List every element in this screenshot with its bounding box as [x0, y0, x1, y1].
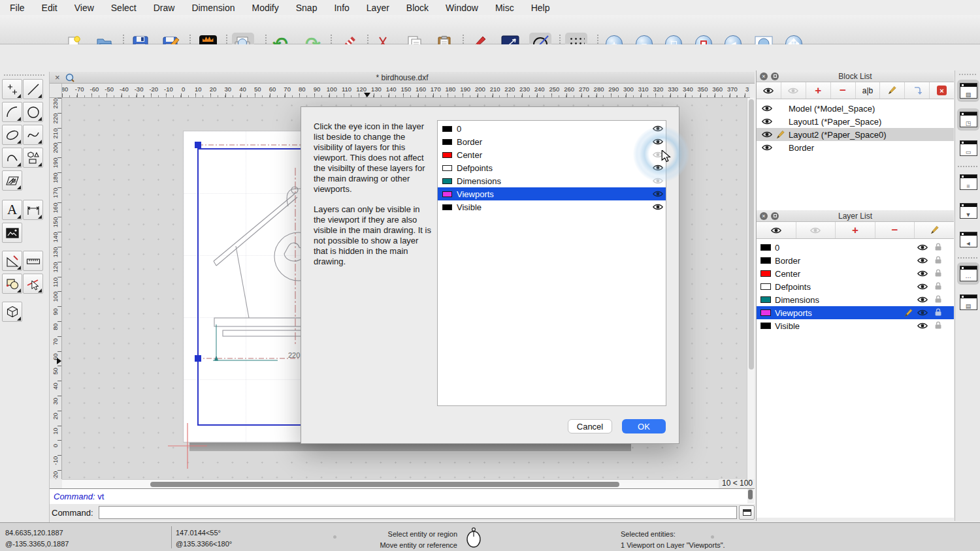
- lock-icon[interactable]: [935, 282, 942, 291]
- show-all-blocks-button[interactable]: [757, 82, 781, 99]
- command-input[interactable]: [99, 506, 737, 519]
- block-list-dock-button[interactable]: ▨: [957, 80, 979, 102]
- clipboard-dock-button[interactable]: ▤: [957, 291, 979, 313]
- eye-icon[interactable]: [653, 125, 663, 133]
- insert-block-button[interactable]: [905, 82, 929, 99]
- lock-icon[interactable]: [935, 243, 942, 251]
- menu-misc[interactable]: Misc: [495, 3, 514, 13]
- menu-edit[interactable]: Edit: [42, 3, 57, 13]
- layer-row-visible[interactable]: Visible: [438, 200, 666, 213]
- eye-icon[interactable]: [917, 322, 928, 330]
- canvas-vertical-scrollbar[interactable]: [747, 98, 755, 479]
- lock-icon[interactable]: [935, 308, 942, 317]
- show-all-layers-button[interactable]: [757, 222, 796, 238]
- eye-icon[interactable]: [762, 131, 772, 138]
- eye-icon[interactable]: [653, 190, 663, 198]
- menu-dimension[interactable]: Dimension: [191, 3, 235, 13]
- hatch-tool[interactable]: [2, 170, 22, 191]
- command-announcer-dock-button[interactable]: ◄: [957, 228, 979, 251]
- rename-block-button[interactable]: a|b: [856, 82, 880, 99]
- lock-icon[interactable]: [935, 295, 942, 304]
- eye-icon[interactable]: [917, 244, 928, 251]
- polyline-tool[interactable]: [2, 148, 22, 168]
- text-tool[interactable]: A: [2, 200, 22, 220]
- block-tool[interactable]: [2, 274, 22, 294]
- layer-row-viewports[interactable]: Viewports: [757, 306, 954, 319]
- float-panel-button[interactable]: [771, 212, 779, 220]
- block-row-layout1[interactable]: Layout1 (*Paper_Space): [757, 115, 954, 128]
- menu-select[interactable]: Select: [111, 3, 137, 13]
- menu-help[interactable]: Help: [531, 3, 550, 13]
- eye-icon[interactable]: [762, 118, 772, 125]
- block-list[interactable]: Model (*Model_Space) Layout1 (*Paper_Spa…: [757, 99, 954, 210]
- eye-icon[interactable]: [917, 257, 928, 264]
- command-options-button[interactable]: [739, 505, 755, 520]
- eye-icon[interactable]: [762, 144, 772, 151]
- viewport-dock-button[interactable]: ▭: [957, 137, 979, 159]
- ok-button[interactable]: OK: [622, 419, 666, 433]
- image-tool[interactable]: [2, 223, 22, 243]
- library-dock-button[interactable]: ◳: [957, 108, 979, 131]
- spline-tool[interactable]: [23, 125, 43, 145]
- line-tool[interactable]: [23, 79, 43, 99]
- layer-row-viewports[interactable]: Viewports: [438, 187, 666, 200]
- menu-modify[interactable]: Modify: [252, 3, 279, 13]
- circle-tool[interactable]: [23, 102, 43, 122]
- eye-icon[interactable]: [917, 270, 928, 277]
- eye-icon[interactable]: [653, 164, 663, 172]
- ellipse-tool[interactable]: [2, 125, 22, 145]
- add-layer-button[interactable]: +: [836, 222, 875, 238]
- eye-icon[interactable]: [917, 296, 928, 304]
- eye-icon[interactable]: [917, 283, 928, 291]
- menu-file[interactable]: File: [10, 3, 25, 13]
- points-tool[interactable]: [2, 79, 22, 99]
- modify-tool[interactable]: [2, 251, 22, 271]
- arc-tool[interactable]: [2, 102, 22, 122]
- lock-icon[interactable]: [935, 256, 942, 264]
- menu-block[interactable]: Block: [406, 3, 429, 13]
- hide-all-layers-button[interactable]: [796, 222, 836, 238]
- layer-row-0[interactable]: 0: [757, 241, 954, 254]
- block-row-model[interactable]: Model (*Model_Space): [757, 102, 954, 115]
- select-tool[interactable]: [23, 274, 43, 294]
- remove-block-button[interactable]: −: [831, 82, 855, 99]
- layer-row-defpoints[interactable]: Defpoints: [438, 161, 666, 174]
- menu-window[interactable]: Window: [446, 3, 478, 13]
- property-editor-dock-button[interactable]: ≡: [957, 171, 979, 193]
- layer-row-dimensions[interactable]: Dimensions: [438, 174, 666, 187]
- measure-tool[interactable]: [23, 251, 43, 271]
- layer-row-border[interactable]: Border: [757, 254, 954, 267]
- menu-snap[interactable]: Snap: [296, 3, 318, 13]
- shapes-tool[interactable]: [23, 148, 43, 168]
- close-panel-button[interactable]: ×: [760, 72, 768, 80]
- eye-icon[interactable]: [653, 203, 663, 211]
- menu-view[interactable]: View: [74, 3, 94, 13]
- history-scrollbar[interactable]: [747, 489, 754, 503]
- purge-block-button[interactable]: ×: [930, 82, 954, 99]
- layer-row-border[interactable]: Border: [438, 135, 666, 148]
- layer-row-visible[interactable]: Visible: [757, 319, 954, 332]
- layer-row-dimensions[interactable]: Dimensions: [757, 293, 954, 306]
- solid-tool[interactable]: [2, 302, 22, 322]
- command-history[interactable]: Command: vt: [50, 488, 755, 504]
- block-row-border[interactable]: Border: [757, 141, 954, 154]
- eye-icon[interactable]: [762, 104, 772, 112]
- add-block-button[interactable]: +: [806, 82, 830, 99]
- block-row-layout2[interactable]: Layout2 (*Paper_Space0): [757, 128, 954, 141]
- selection-filter-dock-button[interactable]: ▼: [957, 200, 979, 222]
- tab-close-button[interactable]: ×: [55, 72, 60, 82]
- edit-layer-button[interactable]: [915, 222, 954, 238]
- remove-layer-button[interactable]: −: [875, 222, 915, 238]
- menu-info[interactable]: Info: [334, 3, 349, 13]
- hide-all-blocks-button[interactable]: [781, 82, 806, 99]
- float-panel-button[interactable]: [771, 72, 779, 80]
- layer-row-defpoints[interactable]: Defpoints: [757, 280, 954, 293]
- layer-list[interactable]: 0 Border Center Defpoints Dimensions Vie…: [757, 239, 954, 518]
- dimension-tool[interactable]: [23, 200, 43, 220]
- menu-layer[interactable]: Layer: [367, 3, 389, 13]
- canvas-horizontal-scrollbar[interactable]: [62, 479, 719, 488]
- layer-row-center[interactable]: Center: [438, 148, 666, 161]
- lock-icon[interactable]: [935, 269, 942, 277]
- command-line-dock-button[interactable]: ⋯: [957, 262, 979, 285]
- eye-off-icon[interactable]: [653, 177, 663, 185]
